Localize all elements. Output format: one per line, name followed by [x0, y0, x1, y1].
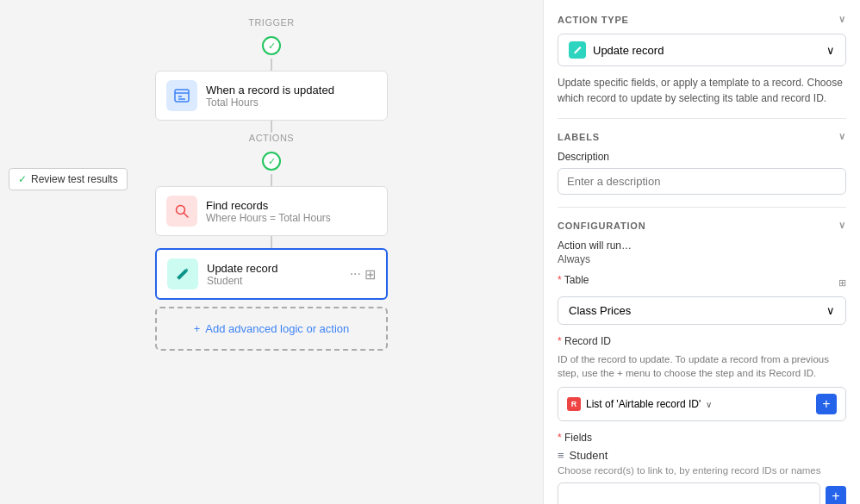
actions-connector: ✓ [262, 152, 281, 171]
update-record-dots[interactable]: ··· [350, 266, 361, 282]
action-type-section-title: Action type ∨ [558, 14, 846, 25]
actions-check-icon: ✓ [268, 156, 276, 167]
pencil-icon [572, 45, 583, 55]
review-test-results-button[interactable]: ✓ Review test results [9, 168, 128, 190]
trigger-card-title: When a record is updated [206, 84, 377, 96]
svg-rect-0 [175, 90, 189, 102]
table-expand-icon[interactable]: ⊞ [838, 277, 846, 289]
record-id-field[interactable]: R List of 'Airtable record ID' ∨ + [558, 387, 846, 421]
table-required-star: * [558, 274, 564, 286]
student-input-row: + [558, 482, 846, 504]
table-select[interactable]: Class Prices ∨ [558, 296, 846, 325]
student-field-header: ≡ Student [558, 449, 846, 462]
labels-expand-icon[interactable]: ∨ [838, 131, 846, 142]
add-action-plus-icon: + [194, 322, 201, 335]
connector-line-3 [271, 174, 272, 186]
check-icon: ✓ [18, 173, 27, 185]
student-link-icon: ≡ [558, 449, 564, 462]
connector-line-2 [271, 121, 272, 133]
divider-1 [558, 118, 846, 119]
action-type-value: Update record [593, 44, 664, 57]
table-value: Class Prices [569, 304, 631, 317]
record-id-inner: R List of 'Airtable record ID' ∨ [567, 397, 712, 411]
update-record-title: Update record [207, 262, 341, 275]
record-badge: R [567, 397, 581, 411]
record-id-field-label: * Record ID [558, 335, 846, 347]
update-record-subtitle: Student [207, 275, 341, 287]
table-field-label: * Table [558, 274, 589, 286]
student-field-name: Student [570, 449, 608, 462]
record-id-plus-button[interactable]: + [816, 394, 837, 414]
table-chevron: ∨ [826, 304, 835, 317]
configuration-section-title: CONFIGURATION ∨ [558, 220, 846, 231]
find-records-icon [166, 196, 197, 227]
record-id-chevron: ∨ [706, 400, 712, 409]
update-record-svg [174, 265, 191, 283]
configuration-label: CONFIGURATION [558, 221, 645, 231]
action-type-expand-icon[interactable]: ∨ [838, 14, 846, 25]
review-button-label: Review test results [31, 173, 118, 185]
trigger-card-subtitle: Total Hours [206, 96, 377, 109]
update-record-content: Update record Student [207, 262, 341, 287]
svg-line-5 [184, 214, 189, 218]
record-id-value: List of 'Airtable record ID' [586, 398, 701, 410]
fields-required-star: * [558, 432, 564, 444]
flow-container: TRIGGER ✓ When a record is updated Total… [151, 17, 392, 351]
find-records-dots[interactable]: ··· [351, 203, 362, 219]
find-records-content: Find records Where Hours = Total Hours [206, 199, 342, 224]
find-records-grid[interactable]: ⊞ [365, 203, 377, 220]
update-record-grid[interactable]: ⊞ [365, 266, 376, 283]
connector-line-1 [271, 59, 272, 71]
description-field-label: Description [558, 151, 846, 163]
find-records-subtitle: Where Hours = Total Hours [206, 212, 342, 224]
trigger-label: TRIGGER [248, 17, 295, 28]
add-action-label: Add advanced logic or action [205, 322, 349, 335]
configuration-expand-icon[interactable]: ∨ [838, 220, 846, 231]
action-type-label: Action type [558, 15, 629, 25]
right-panel: Action type ∨ Update record ∨ Update spe… [543, 0, 860, 504]
action-will-run-value: Always [558, 253, 846, 265]
divider-2 [558, 207, 846, 208]
action-description: Update specific fields, or apply a templ… [558, 75, 846, 106]
pencil-badge [569, 41, 586, 59]
trigger-card[interactable]: When a record is updated Total Hours [155, 71, 388, 121]
action-type-inner: Update record [569, 41, 664, 59]
student-field-desc: Choose record(s) to link to, by entering… [558, 465, 846, 476]
record-id-help: ID of the record to update. To update a … [558, 352, 846, 380]
action-will-run-label: Action will run… [558, 240, 846, 252]
trigger-connector: ✓ [262, 36, 281, 55]
find-records-card[interactable]: Find records Where Hours = Total Hours ·… [155, 186, 388, 236]
find-records-title: Find records [206, 199, 342, 212]
left-panel: ✓ Review test results TRIGGER ✓ When a r… [0, 0, 543, 504]
update-record-icon [167, 258, 198, 289]
student-text-input[interactable] [558, 482, 820, 504]
action-type-select[interactable]: Update record ∨ [558, 34, 846, 66]
trigger-card-svg [173, 87, 190, 104]
trigger-check-icon: ✓ [268, 40, 276, 52]
labels-section-title: LABELS ∨ [558, 131, 846, 142]
connector-line-4 [271, 236, 272, 248]
find-records-svg [173, 202, 190, 220]
description-input[interactable] [558, 168, 846, 195]
action-type-chevron: ∨ [826, 44, 835, 57]
actions-label: ACTIONS [249, 133, 294, 143]
labels-label: LABELS [558, 132, 600, 142]
update-record-card[interactable]: Update record Student ··· ⊞ [155, 248, 388, 300]
trigger-card-icon [166, 80, 197, 111]
update-record-actions: ··· ⊞ [350, 266, 376, 283]
record-id-required-star: * [558, 335, 564, 347]
student-plus-button[interactable]: + [826, 486, 846, 504]
fields-field-label: * Fields [558, 432, 846, 444]
add-action-button[interactable]: + Add advanced logic or action [155, 307, 388, 351]
trigger-card-content: When a record is updated Total Hours [206, 84, 377, 109]
